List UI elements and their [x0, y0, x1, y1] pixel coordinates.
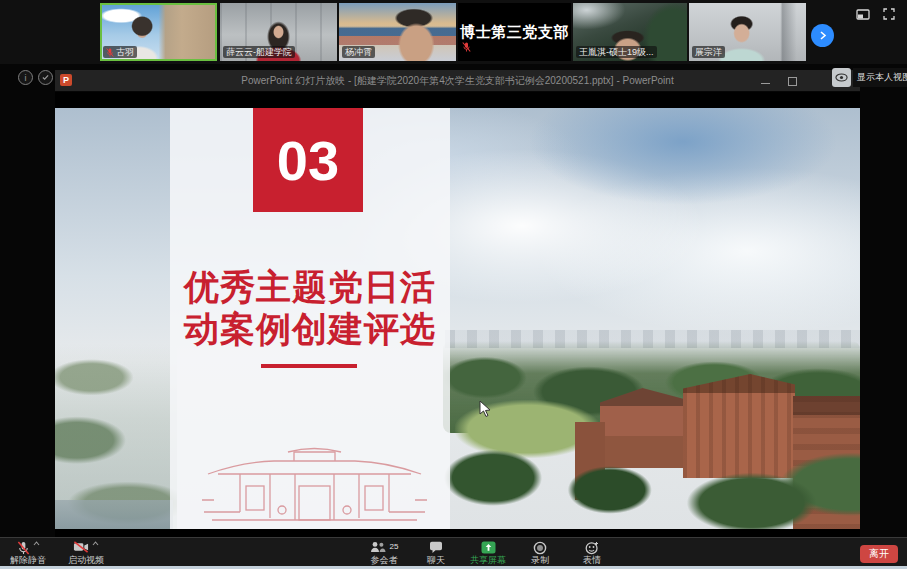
- meeting-info-icon[interactable]: i: [18, 70, 33, 85]
- self-view-label: 显示本人视图: [853, 68, 907, 87]
- unmute-button[interactable]: 解除静音: [10, 538, 46, 566]
- next-participants-button[interactable]: [811, 24, 834, 47]
- participant-tile-6[interactable]: 展宗洋: [689, 3, 806, 61]
- mic-muted-icon: [462, 39, 471, 57]
- share-screen-label: 共享屏幕: [470, 555, 506, 566]
- leave-meeting-button[interactable]: 离开: [860, 545, 898, 563]
- participant-name-badge: 杨冲霄: [342, 46, 375, 58]
- start-video-label: 启动视频: [68, 555, 104, 566]
- meeting-window: 古羽 薛云云-船建学院 杨冲霄 博士第三党支部 王胤淇-硕士19级...: [0, 0, 907, 569]
- record-icon: [533, 541, 547, 555]
- powerpoint-slide: 03 优秀主题党日活 动案例创建评选: [55, 108, 860, 529]
- participant-tile-2[interactable]: 薛云云-船建学院: [220, 3, 337, 61]
- participants-icon: [370, 541, 386, 553]
- fullscreen-icon[interactable]: [883, 8, 895, 20]
- gate-line-drawing: [202, 442, 427, 526]
- shared-screen-area: 03 优秀主题党日活 动案例创建评选: [55, 92, 860, 537]
- foreground-trees: [443, 436, 860, 529]
- participant-name-badge: 展宗洋: [692, 46, 725, 58]
- slide-title-line1: 优秀主题党日活: [170, 266, 450, 308]
- chevron-right-icon: [818, 31, 827, 40]
- video-filmstrip: 古羽 薛云云-船建学院 杨冲霄 博士第三党支部 王胤淇-硕士19级...: [0, 0, 907, 64]
- record-label: 录制: [531, 555, 549, 566]
- participant-name: 古羽: [116, 46, 134, 58]
- record-button[interactable]: 录制: [514, 538, 566, 566]
- participants-button[interactable]: 25 参会者: [358, 538, 410, 566]
- share-screen-icon: [481, 541, 496, 554]
- participant-name: 博士第三党支部: [460, 23, 569, 42]
- participant-tile-4-video-off[interactable]: 博士第三党支部: [458, 3, 571, 61]
- encryption-shield-icon[interactable]: [38, 70, 53, 85]
- start-video-button[interactable]: 启动视频: [68, 538, 104, 566]
- window-title: PowerPoint 幻灯片放映 - [船建学院2020年第4次学生党支部书记例…: [55, 74, 860, 88]
- minimize-button[interactable]: [761, 83, 770, 84]
- chat-label: 聊天: [427, 555, 445, 566]
- gallery-view-icon[interactable]: [856, 9, 870, 20]
- participant-tile-1[interactable]: 古羽: [100, 3, 217, 61]
- mic-muted-icon: [106, 47, 114, 58]
- participant-name: 薛云云-船建学院: [226, 46, 292, 58]
- participant-name-badge: 古羽: [103, 46, 137, 58]
- chevron-up-icon[interactable]: [33, 541, 40, 546]
- section-number-box: 03: [253, 108, 363, 212]
- camera-off-icon: [73, 541, 89, 553]
- participant-name-badge: 王胤淇-硕士19级...: [576, 46, 657, 58]
- participants-label: 参会者: [371, 555, 398, 566]
- water-body: [55, 500, 173, 529]
- mic-muted-icon: [17, 541, 30, 555]
- participant-tile-5[interactable]: 王胤淇-硕士19级...: [573, 3, 687, 61]
- shared-window-titlebar: P PowerPoint 幻灯片放映 - [船建学院2020年第4次学生党支部书…: [55, 70, 860, 91]
- participants-count: 25: [390, 541, 399, 552]
- reactions-smiley-icon: [585, 541, 599, 555]
- mouse-cursor: [479, 400, 491, 418]
- show-self-view-control[interactable]: 显示本人视图: [832, 68, 907, 87]
- chat-button[interactable]: 聊天: [410, 538, 462, 566]
- chevron-up-icon[interactable]: [92, 541, 99, 546]
- slide-title: 优秀主题党日活 动案例创建评选: [170, 266, 450, 350]
- reactions-label: 表情: [583, 555, 601, 566]
- reactions-button[interactable]: 表情: [566, 538, 618, 566]
- meeting-toolbar: 解除静音 启动视频 25 参会者: [0, 537, 907, 566]
- participant-tile-3[interactable]: 杨冲霄: [339, 3, 456, 61]
- unmute-label: 解除静音: [10, 555, 46, 566]
- title-underline: [261, 364, 357, 368]
- maximize-button[interactable]: [788, 77, 797, 86]
- participant-name: 王胤淇-硕士19级...: [579, 46, 654, 58]
- slide-title-line2: 动案例创建评选: [170, 308, 450, 350]
- participant-name-badge: 薛云云-船建学院: [223, 46, 295, 58]
- share-screen-button[interactable]: 共享屏幕: [462, 538, 514, 566]
- eye-icon[interactable]: [832, 68, 851, 87]
- participant-name: 杨冲霄: [345, 46, 372, 58]
- participant-name: 展宗洋: [695, 46, 722, 58]
- chat-icon: [429, 541, 443, 554]
